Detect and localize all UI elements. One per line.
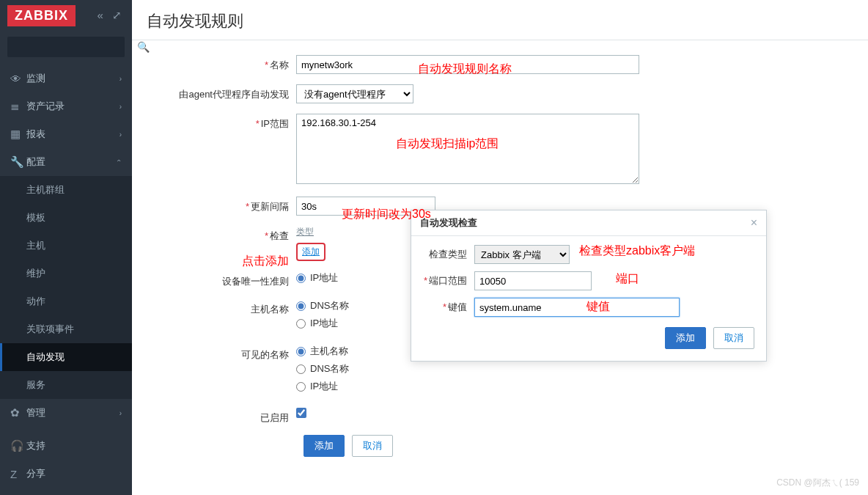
iprange-input[interactable]: 192.168.30.1-254 bbox=[296, 114, 639, 184]
label-enabled: 已启用 bbox=[260, 412, 289, 423]
radio-option[interactable]: DNS名称 bbox=[296, 299, 349, 312]
search-box[interactable]: 🔍 bbox=[7, 37, 125, 57]
footer-icon: 🎧 bbox=[10, 439, 26, 452]
label-hostname: 主机名称 bbox=[251, 304, 289, 315]
menu-icon: ▦ bbox=[10, 128, 26, 141]
modal-title: 自动发现检查 bbox=[420, 216, 477, 230]
gear-icon: ✿ bbox=[10, 406, 26, 419]
search-input[interactable] bbox=[13, 42, 137, 53]
close-icon[interactable]: × bbox=[751, 216, 757, 230]
check-add-link[interactable]: 添加 bbox=[296, 243, 326, 261]
radio-label: DNS名称 bbox=[310, 362, 349, 375]
radio-option[interactable]: DNS名称 bbox=[296, 362, 349, 375]
sidebar-toggle-icons[interactable]: « ⤢ bbox=[97, 9, 125, 22]
label-check: 检查 bbox=[270, 230, 289, 241]
radio-option[interactable]: IP地址 bbox=[296, 380, 349, 393]
label-proxy: 由agent代理程序自动发现 bbox=[179, 89, 289, 100]
submenu-item[interactable]: 动作 bbox=[0, 287, 132, 315]
menu-label: 配置 bbox=[26, 155, 45, 169]
submenu-item[interactable]: 关联项事件 bbox=[0, 315, 132, 343]
submenu-item[interactable]: 维护 bbox=[0, 260, 132, 287]
radio-option[interactable]: IP地址 bbox=[296, 317, 349, 330]
modal-type-select[interactable]: Zabbix 客户端 bbox=[474, 245, 570, 264]
radio-input[interactable] bbox=[296, 347, 306, 356]
menu-icon: ≣ bbox=[10, 100, 26, 113]
radio-input[interactable] bbox=[296, 364, 306, 374]
menu-label: 监测 bbox=[26, 72, 45, 85]
radio-label: IP地址 bbox=[310, 271, 338, 285]
modal-cancel-button[interactable]: 取消 bbox=[713, 327, 754, 349]
chevron-icon: › bbox=[119, 409, 122, 417]
footer-item[interactable]: 🎧支持 bbox=[0, 432, 132, 460]
menu-item[interactable]: 🔧配置⌃ bbox=[0, 148, 132, 176]
menu-item[interactable]: 👁监测› bbox=[0, 65, 132, 92]
menu-item[interactable]: ≣资产记录› bbox=[0, 92, 132, 120]
label-interval: 更新间隔 bbox=[251, 201, 289, 212]
menu-icon: 🔧 bbox=[10, 155, 26, 169]
modal-add-button[interactable]: 添加 bbox=[665, 327, 706, 349]
modal-key-label: 键值 bbox=[448, 301, 467, 312]
page-title: 自动发现规则 bbox=[147, 10, 853, 32]
menu-item[interactable]: ▦报表› bbox=[0, 120, 132, 148]
label-visible: 可见的名称 bbox=[241, 349, 289, 360]
radio-option[interactable]: 主机名称 bbox=[296, 345, 349, 358]
radio-label: 主机名称 bbox=[310, 345, 348, 358]
radio-input[interactable] bbox=[296, 274, 306, 283]
proxy-select[interactable]: 没有agent代理程序 bbox=[296, 84, 413, 103]
modal-key-input[interactable] bbox=[474, 298, 680, 317]
submenu-item[interactable]: 主机 bbox=[0, 232, 132, 260]
modal-port-label: 端口范围 bbox=[429, 275, 467, 286]
enabled-checkbox[interactable] bbox=[296, 408, 306, 418]
chevron-icon: › bbox=[119, 103, 122, 111]
modal-port-input[interactable] bbox=[474, 271, 592, 290]
radio-input[interactable] bbox=[296, 319, 306, 329]
menu-admin[interactable]: ✿ 管理 › bbox=[0, 399, 132, 427]
footer-icon: Z bbox=[10, 468, 26, 480]
page-header: 自动发现规则 bbox=[132, 0, 868, 40]
menu-label: 报表 bbox=[26, 128, 45, 141]
form-cancel-button[interactable]: 取消 bbox=[352, 435, 393, 457]
radio-label: IP地址 bbox=[310, 380, 338, 393]
check-type-header: 类型 bbox=[296, 226, 326, 238]
label-unique: 设备唯一性准则 bbox=[222, 276, 289, 287]
form-add-button[interactable]: 添加 bbox=[304, 435, 345, 457]
radio-option[interactable]: IP地址 bbox=[296, 271, 338, 285]
submenu-item[interactable]: 模板 bbox=[0, 204, 132, 232]
submenu-item[interactable]: 服务 bbox=[0, 371, 132, 399]
radio-label: IP地址 bbox=[310, 317, 338, 330]
logo-bar: ZABBIX « ⤢ bbox=[0, 0, 132, 31]
footer-label: 分享 bbox=[26, 467, 45, 480]
modal-type-label: 检查类型 bbox=[429, 249, 467, 260]
radio-input[interactable] bbox=[296, 382, 306, 392]
menu-label: 资产记录 bbox=[26, 100, 65, 113]
footer-item[interactable]: Z分享 bbox=[0, 460, 132, 488]
discovery-check-modal: 自动发现检查 × 检查类型 Zabbix 客户端 *端口范围 *键值 添加 取消 bbox=[411, 210, 767, 362]
chevron-icon: › bbox=[119, 131, 122, 139]
footer-label: 支持 bbox=[26, 439, 45, 452]
name-input[interactable] bbox=[296, 55, 639, 74]
radio-input[interactable] bbox=[296, 301, 306, 311]
logo[interactable]: ZABBIX bbox=[7, 5, 76, 26]
submenu-item[interactable]: 自动发现 bbox=[0, 343, 132, 371]
radio-label: DNS名称 bbox=[310, 299, 349, 312]
submenu-item[interactable]: 主机群组 bbox=[0, 176, 132, 204]
label-iprange: IP范围 bbox=[261, 118, 289, 129]
label-name: 名称 bbox=[270, 59, 289, 70]
chevron-icon: › bbox=[119, 75, 122, 83]
menu-label: 管理 bbox=[26, 406, 45, 419]
chevron-icon: ⌃ bbox=[116, 158, 122, 166]
menu-icon: 👁 bbox=[10, 73, 26, 85]
watermark: CSDN @阿杰ㄟ( 159 bbox=[776, 477, 859, 489]
sidebar: ZABBIX « ⤢ 🔍 👁监测›≣资产记录›▦报表›🔧配置⌃ 主机群组模板主机… bbox=[0, 0, 132, 495]
